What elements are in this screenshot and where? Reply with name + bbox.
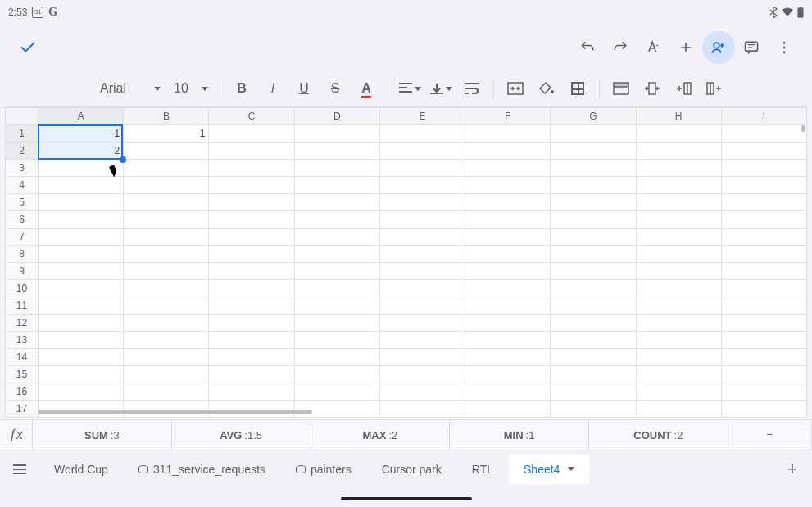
sheet-tab-World-Cup[interactable]: World Cup: [39, 455, 123, 484]
cell-G10[interactable]: [551, 280, 636, 297]
cell-H4[interactable]: [636, 177, 721, 194]
text-wrap-button[interactable]: [457, 74, 487, 103]
row-header-12[interactable]: 12: [6, 315, 39, 332]
cell-B4[interactable]: [124, 177, 209, 194]
cell-A17[interactable]: [39, 401, 124, 418]
cell-E16[interactable]: [379, 383, 465, 401]
stat-max[interactable]: MAX: 2: [311, 420, 451, 450]
cell-C5[interactable]: [209, 194, 294, 211]
row-header-4[interactable]: 4: [6, 177, 39, 194]
cell-H15[interactable]: [636, 366, 721, 383]
cell-I17[interactable]: [721, 401, 806, 418]
cell-D1[interactable]: [294, 125, 379, 143]
cell-E15[interactable]: [379, 366, 465, 383]
cell-I6[interactable]: [721, 211, 806, 229]
cell-F5[interactable]: [465, 194, 551, 211]
more-menu-button[interactable]: [768, 31, 801, 64]
borders-button[interactable]: [563, 74, 592, 103]
cell-E10[interactable]: [379, 280, 465, 297]
cell-G4[interactable]: [551, 177, 636, 194]
spreadsheet-grid[interactable]: A B C D E F G H I 1112234567891011121314…: [5, 106, 807, 419]
cell-D5[interactable]: [294, 194, 379, 211]
stat-formula[interactable]: =: [728, 420, 812, 450]
fx-icon[interactable]: ƒx: [0, 420, 33, 450]
cell-B5[interactable]: [124, 194, 209, 211]
cell-A4[interactable]: [39, 177, 124, 194]
cell-I14[interactable]: [721, 349, 806, 366]
column-header-C[interactable]: C: [209, 108, 294, 125]
row-header-5[interactable]: 5: [6, 194, 39, 211]
cell-A9[interactable]: [39, 263, 124, 280]
cell-H2[interactable]: [636, 143, 721, 160]
all-sheets-button[interactable]: [5, 455, 34, 484]
cell-F9[interactable]: [465, 263, 551, 280]
cell-A1[interactable]: 1: [39, 125, 124, 143]
cell-C14[interactable]: [209, 349, 294, 366]
cell-D3[interactable]: [294, 160, 379, 177]
cell-E12[interactable]: [379, 315, 465, 332]
cell-I16[interactable]: [721, 383, 806, 401]
cell-G3[interactable]: [551, 160, 636, 177]
cell-G9[interactable]: [551, 263, 636, 280]
column-header-I[interactable]: I: [721, 108, 806, 125]
cell-C2[interactable]: [209, 143, 294, 160]
fill-handle[interactable]: [120, 156, 126, 163]
cell-F10[interactable]: [465, 280, 551, 297]
row-header-3[interactable]: 3: [6, 160, 39, 177]
row-header-8[interactable]: 8: [6, 246, 39, 263]
row-header-17[interactable]: 17: [6, 401, 39, 418]
cell-A14[interactable]: [39, 349, 124, 366]
cell-H10[interactable]: [636, 280, 721, 297]
cell-I10[interactable]: [721, 280, 806, 297]
insert-column-right-button[interactable]: [700, 74, 729, 103]
row-header-1[interactable]: 1: [6, 125, 39, 143]
sheet-tab-Cursor-park[interactable]: Cursor park: [367, 455, 456, 484]
cell-F2[interactable]: [465, 143, 551, 160]
cell-F13[interactable]: [465, 332, 551, 349]
horizontal-scrollbar[interactable]: [38, 410, 312, 414]
italic-button[interactable]: I: [258, 74, 288, 103]
cell-C4[interactable]: [209, 177, 294, 194]
cell-I11[interactable]: [721, 297, 806, 315]
cell-C11[interactable]: [209, 297, 294, 315]
merge-cells-button[interactable]: [501, 74, 530, 103]
cell-I7[interactable]: [721, 229, 806, 246]
cell-I3[interactable]: [721, 160, 806, 177]
cell-D6[interactable]: [294, 211, 379, 229]
cell-G15[interactable]: [551, 366, 636, 383]
cell-E7[interactable]: [379, 229, 465, 246]
cell-I8[interactable]: [721, 246, 806, 263]
cell-C10[interactable]: [209, 280, 294, 297]
cell-I2[interactable]: [721, 143, 806, 160]
row-header-9[interactable]: 9: [6, 263, 39, 280]
sheet-tab-311_service_requests[interactable]: 311_service_requests: [124, 455, 280, 484]
cell-H8[interactable]: [636, 246, 721, 263]
cell-E2[interactable]: [379, 143, 465, 160]
row-header-6[interactable]: 6: [6, 211, 39, 229]
cell-H1[interactable]: [636, 125, 721, 143]
stat-count[interactable]: COUNT: 2: [589, 420, 728, 450]
column-header-H[interactable]: H: [636, 108, 721, 125]
cell-E17[interactable]: [379, 401, 465, 418]
cell-G14[interactable]: [551, 349, 636, 366]
stat-sum[interactable]: SUM: 3: [33, 420, 172, 450]
cell-H6[interactable]: [636, 211, 721, 229]
cell-E13[interactable]: [379, 332, 465, 349]
cell-F1[interactable]: [465, 125, 551, 143]
cell-E3[interactable]: [379, 160, 465, 177]
share-button[interactable]: [702, 31, 735, 64]
cell-D4[interactable]: [294, 177, 379, 194]
freeze-button[interactable]: [606, 74, 636, 103]
cell-F15[interactable]: [465, 366, 551, 383]
column-header-A[interactable]: A: [39, 108, 124, 125]
cell-D17[interactable]: [294, 401, 379, 418]
cell-I12[interactable]: [721, 315, 806, 332]
vertical-scrollbar[interactable]: [801, 125, 805, 132]
cell-C3[interactable]: [209, 160, 294, 177]
sheet-tab-RTL[interactable]: RTL: [457, 455, 508, 484]
cell-B10[interactable]: [124, 280, 209, 297]
font-family-select[interactable]: Arial: [93, 74, 167, 103]
cell-A12[interactable]: [39, 315, 124, 332]
cell-A5[interactable]: [39, 194, 124, 211]
cell-G1[interactable]: [551, 125, 636, 143]
